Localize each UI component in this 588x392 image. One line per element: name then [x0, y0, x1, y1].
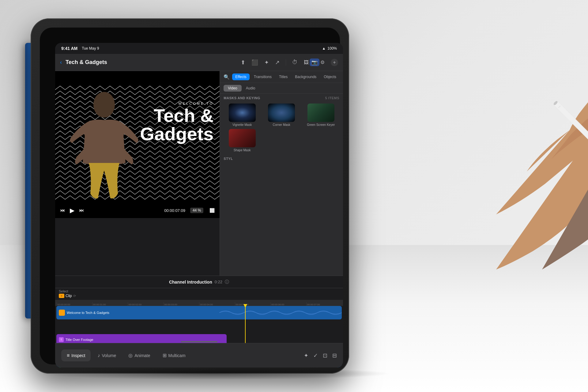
ruler-mark: 00:00:00:00 [56, 302, 92, 306]
styles-label: STYL [224, 157, 233, 160]
list-view-icon[interactable]: ⊟ [332, 352, 337, 359]
audio-tab[interactable]: Audio [242, 85, 260, 92]
ruler-marks: 00:00:00:00 00:00:01:00 00:00:02:00 00:0… [56, 302, 342, 306]
effect-vignette[interactable]: Vignette Mask [224, 104, 261, 126]
play-button[interactable]: ▶ [70, 207, 74, 214]
video-title: Tech & Gadgets [140, 107, 213, 143]
tab-titles[interactable]: Titles [276, 74, 291, 80]
styles-section: STYL [220, 154, 343, 162]
effect-greenscreen[interactable]: Green Screen Keyer [302, 104, 339, 126]
status-icons: ▲ 100% [322, 46, 337, 51]
export-icon[interactable]: ↗ [275, 59, 280, 66]
volume-button[interactable]: ♪ Volume [92, 349, 122, 361]
right-panel: 🔍 Effects Transitions Titles Backgrounds… [220, 71, 343, 276]
shape-thumb [229, 129, 256, 147]
magic-wand-icon[interactable]: ✦ [304, 352, 308, 359]
info-icon[interactable]: ⓘ [225, 279, 229, 285]
ruler-mark: 00:00:02:00 [128, 302, 164, 306]
video-preview: WELCOME TO Tech & Gadgets ⏮ [55, 71, 220, 218]
project-title: Tech & Gadgets [66, 59, 237, 66]
timecode-display: 00:00:07:09 [164, 208, 185, 213]
app-header: ‹ Tech & Gadgets ⬆ ⬛ ✦ ↗ ⏱ 🖼 📷 [55, 54, 343, 71]
grid-view-icon[interactable]: ⊡ [323, 352, 327, 359]
greenscreen-thumb [307, 104, 334, 122]
status-time: 9:41 AM [61, 46, 77, 51]
ruler-mark: 00:00:01:00 [92, 302, 128, 306]
ipad-screen: 9:41 AM Tue May 9 ▲ 100% ‹ Tech & Gadget… [55, 43, 343, 368]
volume-label: Volume [102, 353, 116, 358]
camera-record-icon[interactable]: ⬛ [251, 59, 258, 66]
welcome-text: WELCOME TO [140, 102, 213, 105]
ruler-mark: 00:00:07:00 [306, 302, 342, 306]
effect-shape[interactable]: Shape Mask [224, 129, 261, 152]
wifi-icon: ▲ [322, 46, 326, 51]
ruler-mark: 00:00:03:00 [164, 302, 199, 306]
multicam-label: Multicam [168, 353, 186, 358]
effect-corner[interactable]: Corner Mask [263, 104, 300, 126]
tracks-container: Welcome to Tech & Gadgets [55, 306, 343, 343]
track-title-icon: T [59, 337, 64, 342]
vignette-label: Vignette Mask [232, 123, 252, 126]
zoom-level: 44 % [190, 208, 203, 213]
clip-icon [59, 294, 64, 298]
status-bar: 9:41 AM Tue May 9 ▲ 100% [55, 43, 343, 54]
svg-point-3 [61, 295, 62, 297]
animate-icon: ◎ [128, 352, 133, 358]
timeline-area: Channel Introduction 0:22 ⓘ Select Clip … [55, 276, 343, 343]
camera-icon[interactable]: 📷 [310, 58, 319, 66]
checkmark-icon[interactable]: ✓ [313, 352, 318, 359]
section-title: MASKS AND KEYING [224, 96, 260, 100]
vignette-thumb [229, 104, 256, 122]
fullscreen-icon[interactable]: ⬜ [209, 208, 215, 213]
multicam-button[interactable]: ⊞ Multicam [157, 349, 191, 361]
playhead[interactable] [245, 306, 246, 343]
greenscreen-label: Green Screen Keyer [307, 123, 335, 126]
video-controls-bar: ⏮ ▶ ⏭ 00:00:07:09 44 % ⬜ [55, 203, 220, 218]
inspect-label: Inspect [71, 353, 85, 358]
add-icon[interactable]: + [331, 59, 338, 66]
settings-icon[interactable]: ⚙ [320, 59, 325, 65]
timeline-header: Channel Introduction 0:22 ⓘ [55, 276, 343, 288]
search-icon[interactable]: 🔍 [224, 74, 230, 80]
panel-search-row: 🔍 Effects Transitions Titles Backgrounds… [220, 71, 343, 83]
animate-button[interactable]: ◎ Animate [123, 349, 156, 361]
tab-transitions[interactable]: Transitions [251, 74, 275, 80]
ipad-screen-bezel: 9:41 AM Tue May 9 ▲ 100% ‹ Tech & Gadget… [40, 28, 340, 364]
ruler-mark: 00:00:04:00 [199, 302, 235, 306]
tab-effects[interactable]: Effects [232, 74, 249, 80]
multicam-icon: ⊞ [163, 352, 167, 358]
hand-with-pencil [435, 86, 588, 270]
video-tab[interactable]: Video [224, 85, 241, 92]
main-content: WELCOME TO Tech & Gadgets ⏮ [55, 71, 343, 276]
clip-label-row: Clip ⟳ [59, 294, 76, 298]
back-button[interactable]: ‹ [60, 59, 62, 66]
status-date: Tue May 9 [82, 46, 99, 51]
history-icon[interactable]: ⏱ [292, 59, 298, 66]
animate-label: Animate [134, 353, 150, 358]
photo-icon[interactable]: 🖼 [304, 60, 309, 65]
section-header: MASKS AND KEYING 5 Items [220, 94, 343, 101]
prev-frame-button[interactable]: ⏮ [60, 208, 65, 213]
clip-duration: 0:22 [215, 280, 222, 284]
video-background: WELCOME TO Tech & Gadgets [55, 71, 220, 218]
battery-icon: 100% [327, 46, 337, 51]
upload-icon[interactable]: ⬆ [241, 59, 245, 66]
timeline-ruler: 00:00:00:00 00:00:01:00 00:00:02:00 00:0… [55, 300, 343, 306]
tab-backgrounds[interactable]: Backgrounds [292, 74, 319, 80]
volume-icon: ♪ [97, 353, 100, 358]
bottom-toolbar: ≡ Inspect ♪ Volume ◎ Animate [55, 343, 343, 368]
track-main-video[interactable]: Welcome to Tech & Gadgets [55, 307, 343, 319]
video-audio-tabs: Video Audio [220, 83, 343, 94]
bottom-left-tools: ≡ Inspect ♪ Volume ◎ Animate [61, 349, 191, 361]
items-count: 5 Items [325, 96, 339, 100]
next-frame-button[interactable]: ⏭ [79, 208, 84, 213]
header-tools: ⬆ ⬛ ✦ ↗ ⏱ 🖼 📷 ⚙ + [241, 58, 338, 66]
clip-sync-icon: ⟳ [73, 294, 76, 298]
svg-rect-4 [60, 311, 64, 314]
effects-grid: Vignette Mask Corner Mask Green Screen K… [220, 101, 343, 154]
magic-icon[interactable]: ✦ [264, 59, 269, 66]
ipad-container: 9:41 AM Tue May 9 ▲ 100% ‹ Tech & Gadget… [31, 18, 398, 374]
svg-point-1 [93, 92, 115, 118]
tab-objects[interactable]: Objects [321, 74, 339, 80]
inspect-button[interactable]: ≡ Inspect [61, 349, 91, 361]
